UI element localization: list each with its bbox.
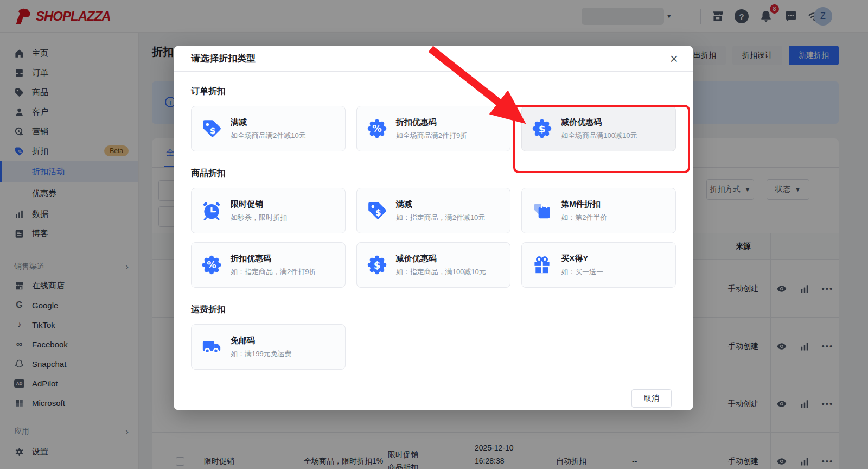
card-desc: 如全场商品满2件减10元: [231, 131, 306, 141]
cancel-button[interactable]: 取消: [631, 389, 672, 408]
tag-dollar-icon: [201, 118, 222, 139]
card-order-discount-code[interactable]: 折扣优惠码 如全场商品满2件打9折: [356, 106, 511, 151]
card-title: 折扣优惠码: [396, 117, 467, 128]
card-buy-x-get-y[interactable]: 买X得Y 如：买一送一: [521, 242, 676, 288]
card-order-money-off[interactable]: 满减 如全场商品满2件减10元: [191, 106, 346, 151]
order-discount-cards: 满减 如全场商品满2件减10元 折扣优惠码 如全场商品满2件打9折 减价优惠码 …: [191, 106, 676, 151]
card-title: 满减: [231, 117, 306, 128]
card-title: 减价优惠码: [561, 117, 637, 128]
modal-footer: 取消: [174, 386, 693, 410]
shipping-discount-cards: 免邮码 如：满199元免运费: [191, 324, 676, 370]
section-title-order-discount: 订单折扣: [191, 86, 676, 97]
card-nth-item-discount[interactable]: 第M件折扣 如：第2件半价: [521, 188, 676, 233]
card-desc: 如全场商品满2件打9折: [396, 131, 467, 141]
card-desc: 如秒杀，限时折扣: [231, 213, 287, 223]
card-title: 折扣优惠码: [231, 253, 316, 264]
card-desc: 如：买一送一: [561, 267, 603, 277]
card-title: 第M件折扣: [561, 199, 607, 210]
card-product-price-off-code[interactable]: 减价优惠码 如：指定商品，满100减10元: [356, 242, 511, 288]
badge-percent-icon: [201, 255, 222, 275]
section-title-product-discount: 商品折扣: [191, 168, 676, 179]
card-desc: 如：指定商品，满2件打9折: [231, 267, 316, 277]
card-flash-sale[interactable]: 限时促销 如秒杀，限时折扣: [191, 188, 346, 233]
card-title: 限时促销: [231, 199, 287, 210]
badge-dollar-icon: [532, 118, 552, 139]
gift-icon: [532, 255, 552, 275]
card-desc: 如全场商品满100减10元: [561, 131, 637, 141]
discount-type-modal: 请选择折扣类型 × 订单折扣 满减 如全场商品满2件减10元 折扣优惠码 如全场…: [174, 46, 693, 410]
section-title-shipping-discount: 运费折扣: [191, 304, 676, 315]
alarm-clock-icon: [201, 200, 222, 221]
card-desc: 如：指定商品，满2件减10元: [396, 213, 486, 223]
card-title: 买X得Y: [561, 253, 603, 264]
tag-dollar-icon: [367, 200, 387, 221]
badge-percent-icon: [367, 118, 387, 139]
modal-title: 请选择折扣类型: [191, 52, 256, 65]
card-desc: 如：第2件半价: [561, 213, 607, 223]
product-discount-cards: 限时促销 如秒杀，限时折扣 满减 如：指定商品，满2件减10元 第M件折扣 如：…: [191, 188, 676, 288]
modal-header: 请选择折扣类型 ×: [174, 46, 693, 72]
close-icon[interactable]: ×: [670, 52, 678, 66]
card-free-shipping-code[interactable]: 免邮码 如：满199元免运费: [191, 324, 346, 370]
card-order-price-off-code[interactable]: 减价优惠码 如全场商品满100减10元: [521, 106, 676, 151]
card-desc: 如：满199元免运费: [231, 349, 292, 359]
card-product-discount-code[interactable]: 折扣优惠码 如：指定商品，满2件打9折: [191, 242, 346, 288]
card-product-money-off[interactable]: 满减 如：指定商品，满2件减10元: [356, 188, 511, 233]
card-title: 满减: [396, 199, 486, 210]
truck-icon: [201, 337, 222, 357]
card-title: 减价优惠码: [396, 253, 486, 264]
card-desc: 如：指定商品，满100减10元: [396, 267, 486, 277]
dual-tag-icon: [532, 200, 552, 221]
modal-body: 订单折扣 满减 如全场商品满2件减10元 折扣优惠码 如全场商品满2件打9折 减…: [174, 72, 693, 386]
badge-dollar-icon: [367, 255, 387, 275]
card-title: 免邮码: [231, 335, 292, 346]
